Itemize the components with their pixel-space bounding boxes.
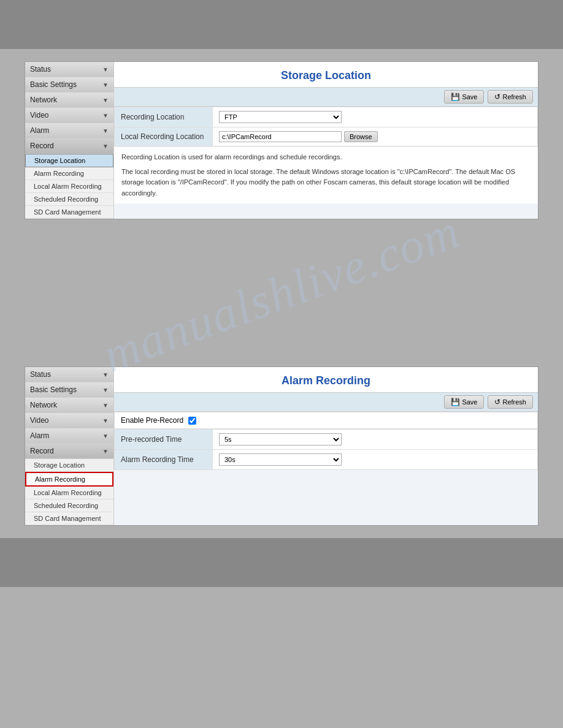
sidebar-label: Basic Settings bbox=[30, 385, 77, 394]
sidebar-label: Alarm bbox=[30, 431, 49, 440]
sidebar-label: Network bbox=[30, 401, 57, 409]
sidebar-sub-scheduled-1[interactable]: Scheduled Recording bbox=[25, 193, 113, 206]
label-cell: Alarm Recording Time bbox=[115, 450, 213, 470]
refresh-icon: ↺ bbox=[494, 398, 500, 406]
chevron-down-icon: ▼ bbox=[102, 143, 109, 150]
table-row: Pre-recorded Time 5s 10s 15s bbox=[115, 430, 538, 450]
chevron-down-icon: ▼ bbox=[102, 97, 109, 104]
sub-item-label: Scheduled Recording bbox=[34, 195, 98, 203]
sidebar-item-video-2[interactable]: Video ▼ bbox=[25, 413, 113, 428]
top-bar bbox=[0, 0, 563, 49]
sidebar-sub-local-alarm-2[interactable]: Local Alarm Recording bbox=[25, 487, 113, 499]
sub-item-label: Alarm Recording bbox=[34, 170, 84, 177]
sidebar-label: Status bbox=[30, 370, 51, 379]
sidebar-sub-scheduled-2[interactable]: Scheduled Recording bbox=[25, 499, 113, 512]
label-cell: Recording Location bbox=[115, 107, 213, 127]
panel2-form: Pre-recorded Time 5s 10s 15s Alarm Recor… bbox=[114, 429, 538, 470]
panel2-main: Alarm Recording 💾 Save ↺ Refresh Enable … bbox=[114, 367, 538, 525]
value-cell: Browse bbox=[213, 127, 538, 146]
sidebar-label: Basic Settings bbox=[30, 80, 77, 89]
chevron-down-icon: ▼ bbox=[102, 371, 109, 378]
sidebar-label: Video bbox=[30, 111, 48, 119]
chevron-down-icon: ▼ bbox=[102, 82, 109, 88]
pre-recorded-time-select[interactable]: 5s 10s 15s bbox=[219, 433, 342, 446]
sidebar-item-basic-settings-2[interactable]: Basic Settings ▼ bbox=[25, 382, 113, 398]
sidebar-sub-local-alarm-1[interactable]: Local Alarm Recording bbox=[25, 180, 113, 193]
sidebar-item-status-2[interactable]: Status ▼ bbox=[25, 367, 113, 382]
value-cell: 5s 10s 15s bbox=[213, 430, 538, 450]
table-row: Local Recording Location Browse bbox=[115, 127, 538, 146]
table-row: Recording Location FTP Local bbox=[115, 107, 538, 127]
sidebar-item-network-2[interactable]: Network ▼ bbox=[25, 398, 113, 413]
refresh-button-2[interactable]: ↺ Refresh bbox=[488, 395, 533, 409]
sidebar-sub-alarm-recording-2[interactable]: Alarm Recording bbox=[25, 472, 113, 487]
refresh-button-1[interactable]: ↺ Refresh bbox=[488, 90, 533, 104]
sidebar-item-network-1[interactable]: Network ▼ bbox=[25, 93, 113, 108]
sidebar-item-status-1[interactable]: Status ▼ bbox=[25, 62, 113, 77]
panel1: Status ▼ Basic Settings ▼ Network ▼ Vide… bbox=[25, 61, 538, 219]
save-icon: 💾 bbox=[451, 93, 460, 101]
label-cell: Local Recording Location bbox=[115, 127, 213, 146]
panel1-sidebar: Status ▼ Basic Settings ▼ Network ▼ Vide… bbox=[25, 62, 114, 219]
save-icon: 💾 bbox=[451, 398, 460, 406]
sidebar-sub-sd-card-1[interactable]: SD Card Management bbox=[25, 206, 113, 219]
sidebar-label: Record bbox=[30, 447, 54, 455]
chevron-down-icon: ▼ bbox=[102, 127, 109, 134]
panel1-title: Storage Location bbox=[114, 62, 538, 87]
refresh-icon: ↺ bbox=[494, 93, 500, 101]
sub-item-label: Scheduled Recording bbox=[34, 502, 98, 509]
sidebar-sub-sd-card-2[interactable]: SD Card Management bbox=[25, 512, 113, 525]
chevron-down-icon: ▼ bbox=[102, 402, 109, 409]
sub-item-label: Alarm Recording bbox=[35, 476, 85, 483]
save-button-1[interactable]: 💾 Save bbox=[444, 90, 484, 104]
sidebar-item-basic-settings-1[interactable]: Basic Settings ▼ bbox=[25, 77, 113, 93]
sub-item-label: SD Card Management bbox=[34, 208, 101, 216]
panel1-form: Recording Location FTP Local Local Recor… bbox=[114, 107, 538, 146]
sub-item-label: Local Alarm Recording bbox=[34, 489, 102, 496]
panel2-sidebar: Status ▼ Basic Settings ▼ Network ▼ Vide… bbox=[25, 367, 114, 525]
recording-location-select[interactable]: FTP Local bbox=[219, 111, 342, 123]
local-recording-location-input[interactable] bbox=[219, 131, 342, 142]
info-line-1: Recording Location is used for alarm rec… bbox=[121, 152, 530, 163]
enable-pre-record-label: Enable Pre-Record bbox=[121, 416, 183, 425]
save-button-2[interactable]: 💾 Save bbox=[444, 395, 484, 409]
panel2-title: Alarm Recording bbox=[114, 367, 538, 392]
panel2-toolbar: 💾 Save ↺ Refresh bbox=[114, 392, 538, 412]
sidebar-sub-alarm-recording-1[interactable]: Alarm Recording bbox=[25, 167, 113, 180]
sidebar-label: Alarm bbox=[30, 126, 49, 135]
alarm-recording-time-select[interactable]: 30s 60s 120s bbox=[219, 453, 342, 466]
enable-pre-record-checkbox[interactable] bbox=[188, 417, 196, 425]
sidebar-label: Record bbox=[30, 142, 54, 150]
sidebar-sub-storage-location-2[interactable]: Storage Location bbox=[25, 459, 113, 472]
sidebar-item-video-1[interactable]: Video ▼ bbox=[25, 108, 113, 123]
chevron-down-icon: ▼ bbox=[102, 433, 109, 439]
watermark-section: manualshlive.com bbox=[25, 226, 538, 360]
label-cell: Pre-recorded Time bbox=[115, 430, 213, 450]
value-cell: 30s 60s 120s bbox=[213, 450, 538, 470]
panel1-info: Recording Location is used for alarm rec… bbox=[114, 146, 538, 203]
enable-pre-record-row: Enable Pre-Record bbox=[114, 412, 538, 429]
sidebar-sub-storage-location-1[interactable]: Storage Location bbox=[25, 154, 113, 167]
watermark-text: manualshlive.com bbox=[96, 203, 467, 384]
panel1-main: Storage Location 💾 Save ↺ Refresh Record… bbox=[114, 62, 538, 219]
sidebar-item-alarm-2[interactable]: Alarm ▼ bbox=[25, 428, 113, 444]
chevron-down-icon: ▼ bbox=[102, 448, 109, 455]
chevron-down-icon: ▼ bbox=[102, 112, 109, 119]
sidebar-label: Network bbox=[30, 96, 57, 104]
bottom-bar bbox=[0, 538, 563, 587]
sub-item-label: Storage Location bbox=[34, 461, 85, 469]
sidebar-item-alarm-1[interactable]: Alarm ▼ bbox=[25, 123, 113, 138]
sidebar-item-record-1[interactable]: Record ▼ bbox=[25, 138, 113, 154]
table-row: Alarm Recording Time 30s 60s 120s bbox=[115, 450, 538, 470]
panel1-toolbar: 💾 Save ↺ Refresh bbox=[114, 87, 538, 107]
chevron-down-icon: ▼ bbox=[102, 417, 109, 424]
info-line-2: The local recording must be stored in lo… bbox=[121, 167, 530, 199]
sidebar-label: Status bbox=[30, 65, 51, 74]
sidebar-item-record-2[interactable]: Record ▼ bbox=[25, 444, 113, 459]
browse-button[interactable]: Browse bbox=[344, 131, 378, 142]
chevron-down-icon: ▼ bbox=[102, 387, 109, 393]
chevron-down-icon: ▼ bbox=[102, 66, 109, 73]
sub-item-label: Storage Location bbox=[34, 157, 85, 164]
sub-item-label: SD Card Management bbox=[34, 515, 101, 522]
sub-item-label: Local Alarm Recording bbox=[34, 183, 102, 190]
